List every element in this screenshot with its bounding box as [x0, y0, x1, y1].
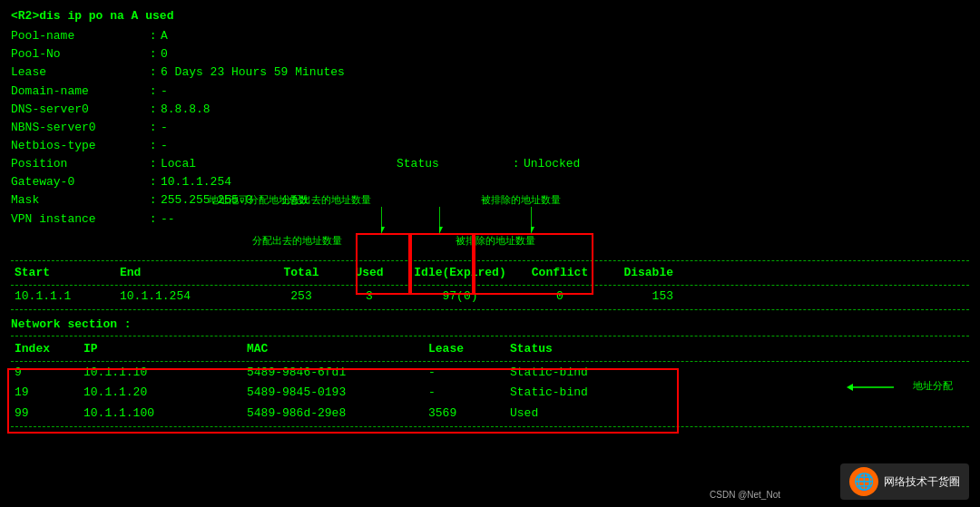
net-row2-status: Used — [510, 405, 619, 423]
pool-no-row: Pool-No : 0 — [11, 45, 969, 63]
vpn-instance-label: VPN instance — [11, 210, 142, 229]
separator-bottom-table — [11, 309, 969, 310]
net-row0-index: 9 — [11, 364, 83, 382]
header-start: Start — [11, 264, 120, 282]
mask-label: Mask — [11, 191, 142, 210]
pool-name-value: A — [161, 27, 168, 45]
row-start: 10.1.1.1 — [11, 288, 120, 306]
watermark-logo: 🌐 — [849, 467, 878, 496]
net-header-status: Status — [510, 340, 619, 358]
annotation-total-text: 分配出去的地址数量 — [252, 234, 342, 249]
nbns-server-value: - — [161, 119, 168, 137]
data-table-header: Start End Total Used Idle(Expired) Confl… — [11, 262, 969, 284]
pool-name-label: Pool-name — [11, 27, 142, 45]
separator-net-bottom — [11, 426, 969, 427]
netbios-type-label: Netbios-type — [11, 137, 142, 155]
net-table-row-0: 9 10.1.1.10 5489-9846-6fd1 - Static-bind — [11, 363, 969, 383]
position-value: Local — [161, 155, 397, 173]
command-line: <R2>dis ip po na A used — [11, 7, 969, 25]
watermark: 🌐 网络技术干货圈 — [840, 463, 969, 500]
watermark-text: 网络技术干货圈 — [884, 474, 960, 490]
net-row0-mac: 5489-9846-6fd1 — [247, 364, 428, 382]
net-row2-index: 99 — [11, 405, 83, 423]
net-row1-ip: 10.1.1.20 — [83, 384, 247, 402]
pool-name-row: Pool-name : A — [11, 27, 969, 45]
vpn-instance-row: VPN instance : -- — [11, 210, 969, 229]
separator-net-top — [11, 336, 969, 336]
lease-value: 6 Days 23 Hours 59 Minutes — [161, 63, 345, 82]
domain-name-value: - — [161, 83, 168, 101]
net-row1-mac: 5489-9845-0193 — [247, 384, 428, 402]
domain-name-label: Domain-name — [11, 83, 142, 101]
net-row0-ip: 10.1.1.10 — [83, 364, 247, 382]
status-value: Unlocked — [524, 155, 580, 173]
gateway-row: Gateway-0 : 10.1.1.254 — [11, 173, 969, 191]
net-header-ip: IP — [83, 340, 247, 358]
net-row2-ip: 10.1.1.100 — [83, 405, 247, 423]
nbns-server-label: NBNS-server0 — [11, 119, 142, 137]
row-disable: 153 — [601, 288, 673, 306]
annotation-area-top: 分配出去的地址数量 被排除的地址数量 — [11, 234, 969, 259]
gateway-value: 10.1.1.254 — [161, 173, 231, 191]
separator-top — [11, 260, 969, 261]
position-label: Position — [11, 155, 142, 173]
vpn-instance-value: -- — [161, 210, 175, 229]
annotation-idle-text: 被排除的地址数量 — [456, 234, 535, 249]
net-table-header: Index IP MAC Lease Status — [11, 338, 969, 360]
net-table-row-1: 19 10.1.1.20 5489-9845-0193 - Static-bin… — [11, 383, 969, 403]
network-section-title: Network section : — [11, 316, 969, 334]
net-row1-status: Static-bind — [510, 384, 619, 402]
net-header-index: Index — [11, 340, 83, 358]
lease-row: Lease : 6 Days 23 Hours 59 Minutes — [11, 63, 969, 82]
net-header-lease: Lease — [428, 340, 510, 358]
pool-no-value: 0 — [161, 45, 168, 63]
net-row1-lease: - — [428, 384, 510, 402]
net-row0-lease: - — [428, 364, 510, 382]
header-total: Total — [265, 264, 338, 282]
row-conflict: 0 — [519, 288, 601, 306]
header-idle-expired: Idle(Expired) — [401, 264, 519, 282]
annotation-used-label: 分配出去的地址数量 — [281, 193, 371, 207]
nbns-server-row: NBNS-server0 : - — [11, 119, 969, 137]
terminal-window: <R2>dis ip po na A used Pool-name : A Po… — [0, 0, 980, 434]
dns-server-label: DNS-server0 — [11, 101, 142, 119]
row-total: 253 — [265, 288, 338, 306]
netbios-type-value: - — [161, 137, 168, 155]
header-conflict: Conflict — [519, 264, 601, 282]
domain-name-row: Domain-name : - — [11, 83, 969, 101]
net-row0-status: Static-bind — [510, 364, 619, 382]
row-used: 3 — [338, 288, 401, 306]
net-header-mac: MAC — [247, 340, 428, 358]
net-row2-lease: 3569 — [428, 405, 510, 423]
netbios-type-row: Netbios-type : - — [11, 137, 969, 155]
separator-net-header — [11, 361, 969, 362]
position-status-row: Position : Local Status : Unlocked — [11, 155, 969, 173]
row-idle-expired: 97(0) — [401, 288, 519, 306]
lease-label: Lease — [11, 63, 142, 82]
command-text: <R2>dis ip po na A used — [11, 9, 173, 23]
net-row2-mac: 5489-986d-29e8 — [247, 405, 428, 423]
dns-server-row: DNS-server0 : 8.8.8.8 — [11, 101, 969, 119]
gateway-label: Gateway-0 — [11, 173, 142, 191]
net-row1-index: 19 — [11, 384, 83, 402]
pool-no-label: Pool-No — [11, 45, 142, 63]
row-end: 10.1.1.254 — [120, 288, 265, 306]
status-label: Status — [397, 155, 505, 173]
separator-mid — [11, 285, 969, 286]
net-table-row-2: 99 10.1.1.100 5489-986d-29e8 3569 Used — [11, 404, 969, 424]
data-table-row: 10.1.1.1 10.1.1.254 253 3 97(0) 0 153 — [11, 287, 969, 307]
header-disable: Disable — [601, 264, 673, 282]
header-used: Used — [338, 264, 401, 282]
annotation-addr-alloc: 地址分配 — [913, 379, 953, 393]
annotation-idle-label: 被排除的地址数量 — [481, 193, 561, 207]
dns-server-value: 8.8.8.8 — [161, 101, 211, 119]
header-end: End — [120, 264, 265, 282]
csdn-tag: CSDN @Net_Not — [710, 490, 780, 500]
